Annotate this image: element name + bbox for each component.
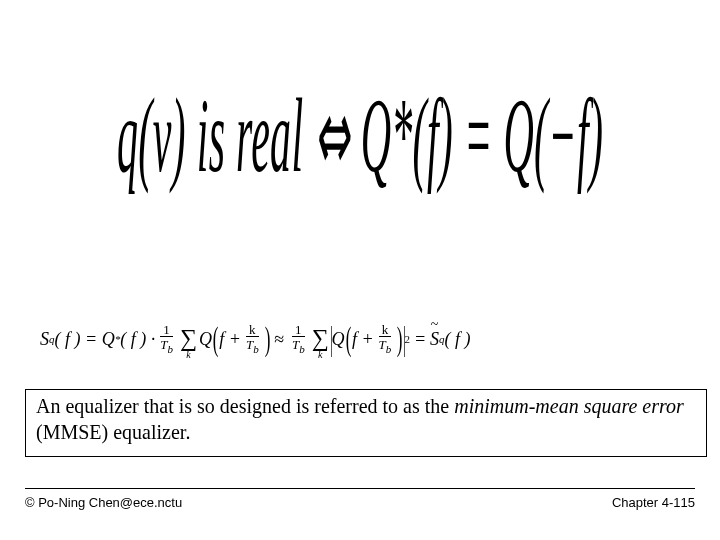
box-text-pre: An equalizer that is so designed is refe… bbox=[36, 395, 454, 417]
eq-lhs: Sq ( f ) = Q* ( f ) · bbox=[40, 329, 155, 350]
lparen-2: ( bbox=[345, 320, 351, 358]
lparen-1: ( bbox=[213, 320, 219, 358]
frac-k-over-Tb-2: k Tb bbox=[376, 323, 395, 356]
abs-right: | bbox=[403, 320, 406, 358]
footer-divider bbox=[25, 488, 695, 489]
sum-k-1: ∑ k bbox=[180, 329, 197, 348]
footer-page: Chapter 4-115 bbox=[612, 495, 695, 510]
abs-left: | bbox=[330, 320, 333, 358]
box-text-italic: minimum-mean square error bbox=[454, 395, 684, 417]
frac-k-over-Tb-1: k Tb bbox=[243, 323, 262, 356]
footer-author: © Po-Ning Chen@ece.nctu bbox=[25, 495, 182, 510]
headline-equation-text: q(v) is real ⇔ Q*(f) = Q(−f) bbox=[117, 74, 603, 197]
definition-box: An equalizer that is so designed is refe… bbox=[25, 389, 707, 457]
detail-equation: Sq ( f ) = Q* ( f ) · 1 Tb ∑ k Q ( f + k… bbox=[40, 320, 680, 358]
slide-page: q(v) is real ⇔ Q*(f) = Q(−f) Sq ( f ) = … bbox=[0, 0, 720, 540]
frac-1-over-Tb-2: 1 Tb bbox=[289, 323, 308, 356]
sum-k-2: ∑ k bbox=[312, 329, 329, 348]
frac-1-over-Tb-1: 1 Tb bbox=[157, 323, 176, 356]
box-text-post: (MMSE) equalizer. bbox=[36, 421, 190, 443]
headline-equation: q(v) is real ⇔ Q*(f) = Q(−f) bbox=[5, 20, 715, 250]
rparen-2: ) bbox=[397, 320, 403, 358]
S-tilde: S bbox=[430, 329, 439, 350]
rparen-1: ) bbox=[265, 320, 271, 358]
